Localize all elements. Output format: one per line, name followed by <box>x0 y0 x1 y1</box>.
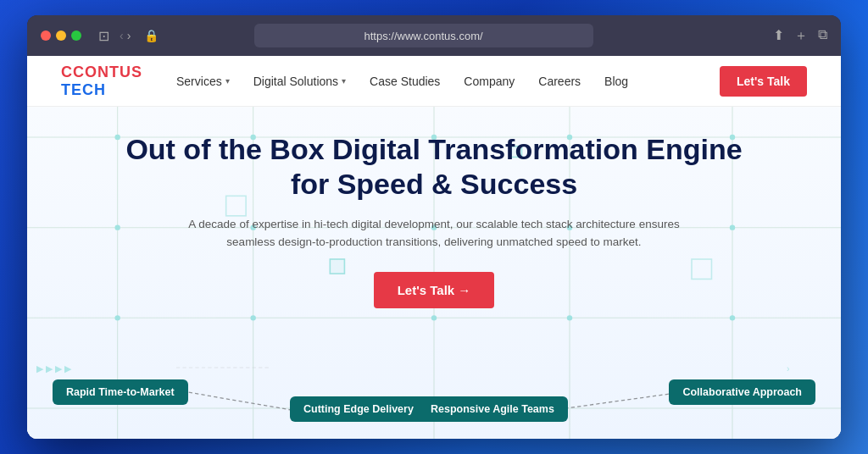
badge-rapid-time-to-market[interactable]: Rapid Time-to-Market <box>53 379 188 405</box>
minimize-button[interactable] <box>56 30 66 41</box>
nav-cta-button[interactable]: Let's Talk <box>720 66 807 97</box>
browser-chrome: ⊡ ‹ › 🔒 https://www.contus.com/ ⬆ ＋ ⧉ <box>27 15 841 56</box>
nav-item-company[interactable]: Company <box>464 75 515 88</box>
hero-content: Out of the Box Digital Transformation En… <box>103 132 765 308</box>
svg-point-21 <box>431 315 437 320</box>
hero-title: Out of the Box Digital Transformation En… <box>103 132 765 202</box>
logo[interactable]: CCONTUS TECH <box>61 64 142 99</box>
chevron-down-icon: ▾ <box>342 76 346 86</box>
traffic-lights <box>41 30 81 41</box>
badge-responsive-agile-teams[interactable]: Responsive Agile Teams <box>417 396 568 422</box>
feature-badges: Rapid Time-to-Market Cutting Edge Delive… <box>27 363 841 439</box>
maximize-button[interactable] <box>71 30 81 41</box>
sidebar-icon[interactable]: ⊡ <box>98 28 109 44</box>
url-text: https://www.contus.com/ <box>364 30 482 42</box>
nav-links: Services ▾ Digital Solutions ▾ Case Stud… <box>176 75 720 88</box>
hero-section: ▶ ▶ ▶ ▶ › Out of the Box Digital Transfo… <box>27 107 841 439</box>
svg-point-20 <box>250 315 255 320</box>
browser-window: ⊡ ‹ › 🔒 https://www.contus.com/ ⬆ ＋ ⧉ CC… <box>27 15 841 439</box>
svg-point-19 <box>114 315 120 320</box>
chevron-down-icon: ▾ <box>225 76 230 86</box>
website: CCONTUS TECH Services ▾ Digital Solution… <box>27 56 841 439</box>
navbar: CCONTUS TECH Services ▾ Digital Solution… <box>27 56 841 107</box>
nav-item-careers[interactable]: Careers <box>538 75 581 88</box>
browser-actions: ⬆ ＋ ⧉ <box>773 27 827 45</box>
badge-collaborative-approach[interactable]: Collaborative Approach <box>669 379 815 405</box>
logo-tech: TECH <box>61 81 142 99</box>
nav-item-services[interactable]: Services ▾ <box>176 75 230 88</box>
back-icon[interactable]: ‹ <box>120 29 124 42</box>
share-icon[interactable]: ⬆ <box>773 27 784 45</box>
hero-subtitle: A decade of expertise in hi-tech digital… <box>163 215 705 252</box>
svg-point-23 <box>730 315 735 320</box>
nav-item-digital-solutions[interactable]: Digital Solutions ▾ <box>253 75 346 88</box>
lock-icon: 🔒 <box>144 29 159 42</box>
nav-item-case-studies[interactable]: Case Studies <box>370 75 440 88</box>
nav-digital-label: Digital Solutions <box>253 75 338 88</box>
address-bar[interactable]: https://www.contus.com/ <box>254 24 593 47</box>
browser-content: CCONTUS TECH Services ▾ Digital Solution… <box>27 56 841 439</box>
new-tab-icon[interactable]: ＋ <box>794 27 808 45</box>
nav-item-blog[interactable]: Blog <box>604 75 628 88</box>
close-button[interactable] <box>41 30 51 41</box>
nav-services-label: Services <box>176 75 222 88</box>
windows-icon[interactable]: ⧉ <box>818 27 827 45</box>
nav-arrows: ‹ › <box>120 29 131 42</box>
svg-point-22 <box>567 315 572 320</box>
badge-cutting-edge-delivery[interactable]: Cutting Edge Delivery <box>290 396 427 422</box>
forward-icon[interactable]: › <box>127 29 131 42</box>
logo-contus: CCONTUS <box>61 64 142 81</box>
hero-cta-button[interactable]: Let's Talk → <box>374 272 495 308</box>
